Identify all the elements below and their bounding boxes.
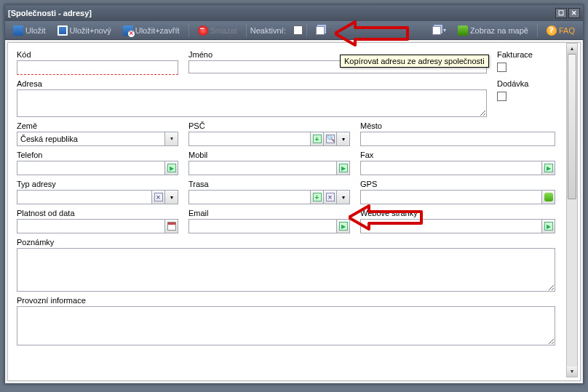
copy-address-tooltip: Kopírovat adresu ze adresy společnosti: [340, 55, 489, 68]
zip-search-button[interactable]: [324, 132, 337, 146]
annotation-arrow: [335, 18, 415, 49]
save-label: Uložit: [25, 26, 46, 35]
save-new-button[interactable]: Uložit+nový: [52, 23, 116, 38]
city-input[interactable]: [360, 132, 555, 146]
save-button[interactable]: Uložit: [8, 23, 51, 38]
zip-add-button[interactable]: [311, 132, 324, 146]
save-new-label: Uložit+nový: [70, 26, 111, 35]
address-label: Adresa: [17, 79, 487, 88]
business-info-input[interactable]: [17, 306, 555, 345]
email-label: Email: [188, 209, 350, 217]
actions-menu-button[interactable]: ▾: [427, 24, 451, 37]
window: [Společnosti - adresy] ☐ ✕ Uložit Uložit…: [4, 4, 584, 384]
window-close-button[interactable]: ✕: [568, 8, 580, 18]
svg-marker-1: [349, 206, 421, 229]
plus-icon: [313, 193, 322, 201]
code-input[interactable]: [17, 60, 178, 75]
country-dropdown-button[interactable]: [165, 132, 178, 146]
email-input[interactable]: [188, 219, 337, 233]
notes-input[interactable]: [17, 248, 555, 292]
route-input[interactable]: [188, 190, 311, 204]
chevron-down-icon: ▾: [443, 27, 446, 33]
separator: [306, 24, 307, 37]
address-input[interactable]: [17, 89, 487, 117]
inactive-checkbox[interactable]: [293, 25, 303, 35]
fax-call-button[interactable]: [542, 161, 555, 175]
form-content: Kód Jméno Fakturace Adresa Do: [7, 42, 581, 381]
copy-icon: [316, 26, 325, 35]
notes-label: Poznámky: [17, 238, 555, 247]
inactive-label: Neaktivní:: [250, 26, 286, 35]
delivery-label: Dodávka: [497, 79, 555, 88]
map-icon: [544, 193, 553, 201]
valid-from-date-button[interactable]: [165, 219, 178, 233]
phone-input[interactable]: [17, 161, 165, 175]
faq-button[interactable]: FAQ: [541, 23, 580, 38]
separator: [537, 24, 538, 37]
gps-label: GPS: [360, 180, 555, 188]
addr-type-input[interactable]: [17, 190, 152, 204]
addr-type-label: Typ adresy: [17, 180, 178, 188]
search-icon: [326, 135, 335, 143]
show-on-map-button[interactable]: Zobraz na mapě: [453, 23, 533, 38]
save-close-button[interactable]: Uložit+zavřít: [118, 23, 185, 38]
separator: [188, 24, 189, 37]
chevron-down-icon: [167, 134, 176, 144]
save-new-icon: [57, 25, 68, 36]
play-icon: [544, 164, 553, 172]
country-label: Země: [17, 121, 178, 130]
chevron-down-icon: ▾: [342, 194, 345, 201]
copy-address-button[interactable]: [311, 24, 330, 37]
scroll-thumb[interactable]: [568, 54, 576, 199]
window-title: [Společnosti - adresy]: [8, 9, 554, 17]
chevron-down-icon: ▾: [342, 136, 345, 143]
addr-type-dropdown-button[interactable]: ▾: [165, 190, 178, 204]
mobile-call-button[interactable]: [337, 161, 350, 175]
phone-call-button[interactable]: [165, 161, 178, 175]
plus-icon: [313, 135, 322, 143]
country-input[interactable]: [17, 132, 165, 146]
zip-input[interactable]: [188, 132, 311, 146]
mobile-label: Mobil: [188, 151, 350, 159]
delete-icon: [198, 25, 208, 36]
route-add-button[interactable]: [311, 190, 324, 204]
save-icon: [13, 25, 23, 36]
fax-label: Fax: [360, 151, 555, 159]
scroll-down-button[interactable]: ▾: [567, 367, 577, 377]
city-label: Město: [360, 121, 555, 130]
business-info-label: Provozní informace: [17, 296, 555, 305]
invoice-checkbox[interactable]: [497, 63, 506, 72]
delivery-checkbox[interactable]: [497, 92, 506, 101]
play-icon: [544, 222, 553, 231]
code-label: Kód: [17, 50, 178, 59]
faq-label: FAQ: [559, 26, 575, 35]
zip-label: PSČ: [188, 121, 350, 130]
delete-button[interactable]: Smazat: [193, 23, 242, 38]
show-on-map-label: Zobraz na mapě: [470, 26, 528, 35]
window-maximize-button[interactable]: ☐: [555, 8, 567, 18]
actions-icon: [432, 26, 441, 35]
phone-label: Telefon: [17, 151, 178, 159]
valid-from-input[interactable]: [17, 219, 165, 233]
route-label: Trasa: [188, 180, 350, 188]
svg-marker-0: [335, 22, 408, 45]
scroll-up-button[interactable]: ▴: [567, 44, 577, 54]
separator: [246, 24, 247, 37]
vertical-scrollbar[interactable]: ▴ ▾: [566, 43, 578, 377]
delete-label: Smazat: [210, 26, 237, 35]
mobile-input[interactable]: [188, 161, 337, 175]
zip-dropdown-button[interactable]: ▾: [337, 132, 350, 146]
addr-type-clear-button[interactable]: [152, 190, 165, 204]
invoice-label: Fakturace: [497, 50, 555, 59]
play-icon: [167, 164, 176, 172]
route-clear-button[interactable]: [324, 190, 337, 204]
chevron-down-icon: ▾: [170, 194, 173, 201]
web-open-button[interactable]: [542, 219, 555, 233]
fax-input[interactable]: [360, 161, 542, 175]
faq-icon: [547, 25, 557, 36]
valid-from-label: Platnost od data: [17, 209, 178, 217]
gps-map-button[interactable]: [542, 190, 555, 204]
clear-icon: [326, 193, 335, 201]
play-icon: [339, 164, 348, 172]
play-icon: [339, 222, 348, 231]
